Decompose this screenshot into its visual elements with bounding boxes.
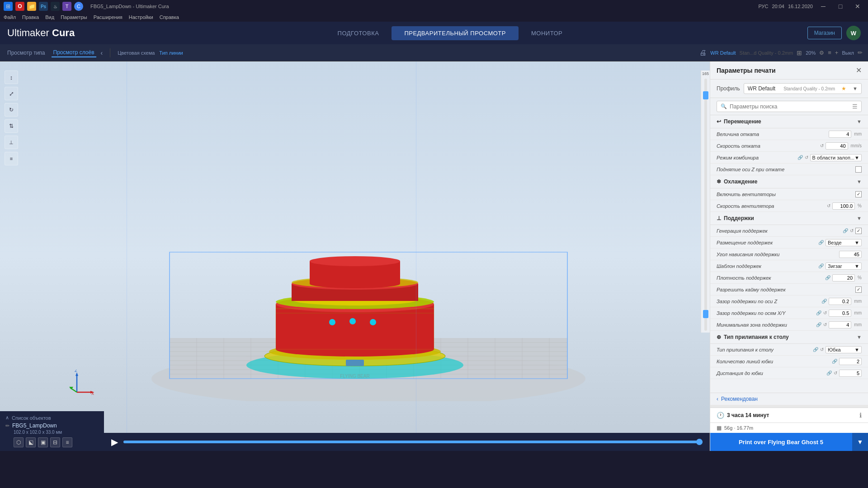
support-placement-select[interactable]: Везде ▼ [826,239,862,246]
nav-monitor[interactable]: МОНИТОР [519,26,575,40]
support-angle-input[interactable] [839,251,862,258]
edit-icon[interactable]: ✏ [858,49,863,56]
skirt-count-link-icon[interactable]: 🔗 [832,359,837,364]
support-xy-gap-input[interactable] [829,310,851,317]
minimize-button[interactable]: ─ [816,2,830,10]
store-button[interactable]: Магазин [807,27,842,39]
xy-gap-refresh-icon[interactable]: ↺ [823,310,827,315]
obj-btn-5[interactable]: ≡ [62,437,72,447]
progress-handle[interactable] [696,439,703,445]
tool-support[interactable]: ⊥ [5,136,18,149]
ps-icon[interactable]: Ps [39,2,48,11]
objects-panel-header[interactable]: ∧ Список объектов [5,415,99,421]
obj-btn-1[interactable]: ⬡ [14,437,24,447]
combine-mode-select[interactable]: В области залоп... ▼ [810,154,862,161]
close-panel-button[interactable]: ✕ [856,66,862,75]
tool-rotate[interactable]: ↻ [5,103,18,117]
opera-icon[interactable]: O [15,2,24,11]
z-lift-checkbox[interactable] [855,166,862,173]
layer-track[interactable] [704,79,707,331]
tool-move[interactable]: ↕ [5,70,18,84]
3d-viewport[interactable]: FLYING BEAR ↕ ⤢ ↻ ⇅ ⊥ ≡ Z X [0,61,710,451]
pattern-link-icon[interactable]: 🔗 [818,263,824,268]
fan-speed-refresh-icon[interactable]: ↺ [827,203,830,208]
menu-help[interactable]: Справка [160,14,179,20]
gen-support-link-icon[interactable]: 🔗 [843,228,848,233]
xy-gap-link-icon[interactable]: 🔗 [816,310,821,315]
obj-btn-2[interactable]: ⬕ [26,437,36,447]
gen-support-checkbox[interactable]: ✓ [855,228,862,234]
maximize-button[interactable]: □ [834,2,847,10]
info-icon[interactable]: ℹ [859,412,862,419]
support-density-input[interactable] [832,274,855,282]
menu-params[interactable]: Параметры [61,14,87,20]
min-area-refresh-icon[interactable]: ↺ [823,322,827,327]
section-supports[interactable]: ⊥ Поддержки ▼ [710,212,868,225]
min-area-link-icon[interactable]: 🔗 [816,322,821,327]
retract-speed-refresh-icon[interactable]: ↺ [820,143,824,148]
support-z-gap-input[interactable] [829,298,851,305]
menu-extensions[interactable]: Расширения [94,14,123,20]
object-dimensions: 102.0 x 102.0 x 33.0 мм [14,430,99,435]
print-dropdown-button[interactable]: ▼ [852,433,868,451]
fans-checkbox[interactable]: ✓ [855,191,862,197]
adhesion-link-icon[interactable]: 🔗 [813,347,818,352]
support-brim-checkbox[interactable]: ✓ [855,286,862,293]
support-min-area-input[interactable] [829,321,851,328]
twitch-icon[interactable]: T [62,2,71,11]
section-movement[interactable]: ↩ Перемещение ▼ [710,115,868,128]
skirt-dist-refresh-icon[interactable]: ↺ [834,371,837,375]
user-avatar[interactable]: W [846,26,861,40]
menu-edit[interactable]: Правка [22,14,39,20]
menu-view[interactable]: Вид [45,14,54,20]
nav-preview[interactable]: ПРЕДВАРИТЕЛЬНЫЙ ПРОСМОТР [392,26,519,40]
steam-icon[interactable]: ♨ [51,2,60,11]
menubar: Файл Правка Вид Параметры Расширения Нас… [0,13,868,22]
density-link-icon[interactable]: 🔗 [825,275,830,280]
z-gap-link-icon[interactable]: 🔗 [821,299,827,304]
tool-mirror[interactable]: ⇅ [5,119,18,133]
chrome-icon[interactable]: C [74,2,83,11]
skirt-distance-input[interactable] [839,370,862,377]
combine-refresh-icon[interactable]: ↺ [805,155,808,160]
line-type-label[interactable]: Тип линии [159,50,183,56]
gen-support-refresh-icon[interactable]: ↺ [850,228,854,233]
fan-speed-input[interactable] [832,202,855,210]
recommended-button[interactable]: ‹ Рекомендован [717,396,758,402]
profile-dropdown[interactable]: WR Default Standard Quality - 0.2mm ★ ▼ [744,83,862,94]
tab-view-type[interactable]: Просмотр типа [5,49,47,57]
menu-settings[interactable]: Настройки [129,14,153,20]
nav-prepare[interactable]: ПОДГОТОВКА [325,26,392,40]
edit-object-icon[interactable]: ✏ [5,423,9,429]
placement-link-icon[interactable]: 🔗 [818,240,824,245]
adhesion-refresh-icon[interactable]: ↺ [820,347,824,352]
layer-slider[interactable]: 165 [701,70,710,333]
folder-icon[interactable]: 📁 [27,2,36,11]
search-options-icon[interactable]: ☰ [852,103,858,110]
section-cooling[interactable]: ❄ Охлаждение ▼ [710,175,868,188]
obj-btn-4[interactable]: ⊟ [50,437,60,447]
retract-distance-input[interactable] [829,131,851,138]
color-scheme-label[interactable]: Цветовая схема [118,50,155,56]
tool-settings[interactable]: ≡ [5,152,18,165]
tab-view-layers[interactable]: Просмотр слоёв [52,48,96,57]
progress-bar[interactable] [123,441,703,443]
combine-link-icon[interactable]: 🔗 [797,155,803,160]
section-adhesion[interactable]: ⊕ Тип прилипания к столу ▼ [710,331,868,344]
skirt-dist-link-icon[interactable]: 🔗 [826,371,832,375]
menu-file[interactable]: Файл [4,14,16,20]
settings-icon[interactable]: ⚙ [819,50,824,56]
nav-left-icon[interactable]: ‹ [101,49,103,56]
close-button[interactable]: ✕ [851,2,864,10]
tool-scale[interactable]: ⤢ [5,87,18,100]
layer-handle-bottom[interactable] [703,310,708,318]
print-button[interactable]: Print over Flying Bear Ghost 5 [710,433,852,451]
layer-handle-top[interactable] [703,91,708,99]
play-button[interactable]: ▶ [111,436,118,447]
retract-speed-input[interactable] [826,142,848,150]
skirt-count-input[interactable] [839,358,862,365]
obj-btn-3[interactable]: ▣ [38,437,48,447]
support-pattern-select[interactable]: Зигзаг ▼ [826,263,862,270]
adhesion-type-select[interactable]: Юбка ▼ [826,346,862,353]
search-input[interactable] [730,103,849,110]
